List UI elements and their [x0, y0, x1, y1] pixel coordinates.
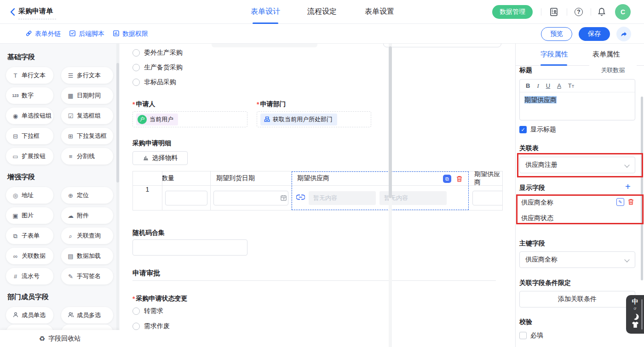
- field-item-number[interactable]: 123数字: [6, 87, 53, 104]
- back-icon[interactable]: [8, 7, 17, 17]
- select-material-button[interactable]: 选择物料: [132, 151, 188, 165]
- add-condition-button[interactable]: 添加关联条件: [519, 291, 635, 307]
- attachment-icon: ☁: [67, 213, 74, 219]
- display-field-item[interactable]: 供应商状态: [521, 214, 553, 222]
- field-item-image[interactable]: ▣图片: [6, 207, 53, 224]
- share-button[interactable]: [616, 27, 631, 41]
- widget-scrollbar[interactable]: [641, 299, 643, 330]
- title-editor-content[interactable]: 期望供应商: [520, 92, 635, 108]
- language-toggle-icon[interactable]: 中: [632, 298, 638, 306]
- field-item-multi-select[interactable]: ⊞下拉复选框: [61, 128, 113, 144]
- avatar[interactable]: C: [615, 4, 631, 20]
- radio-icon[interactable]: [132, 79, 140, 86]
- canvas-scrollbar-thumb[interactable]: [389, 46, 392, 198]
- department-field[interactable]: 品 获取当前用户所处部门: [257, 111, 371, 127]
- save-button[interactable]: 保存: [579, 27, 610, 41]
- tab-field-properties[interactable]: 字段属性: [540, 50, 568, 59]
- floating-utility-widget: 中 ơ: [626, 295, 644, 334]
- show-title-checkbox[interactable]: ✓: [519, 126, 527, 133]
- data-permission-link[interactable]: 数据权限: [113, 29, 148, 39]
- field-item-member-multi[interactable]: 成员多选: [61, 307, 113, 324]
- field-item-related-data[interactable]: ∞关联数据: [6, 248, 53, 264]
- edit-field-icon[interactable]: ✎: [616, 198, 624, 206]
- scrolled-field-partial[interactable]: [212, 44, 317, 47]
- field-type-badge: 关联数据: [589, 63, 637, 77]
- signature-icon: ✎: [67, 273, 74, 279]
- field-item-multi-line-text[interactable]: ☰多行文本: [61, 67, 113, 84]
- sidebar-scrollbar-thumb[interactable]: [116, 63, 119, 182]
- field-item-checkbox-group[interactable]: ☑复选框组: [61, 108, 113, 124]
- field-item-address[interactable]: ◎地址: [6, 187, 53, 204]
- field-item-subform[interactable]: ⧉子表单: [6, 228, 53, 244]
- italic-icon[interactable]: I: [537, 82, 539, 90]
- random-code-input[interactable]: [132, 239, 247, 256]
- preview-button[interactable]: 预览: [541, 27, 572, 41]
- field-item-serial-number[interactable]: #流水号: [6, 268, 53, 284]
- related-table-select[interactable]: 供应商注册: [519, 157, 635, 173]
- header-quantity[interactable]: 数量: [162, 171, 211, 185]
- tab-form-design[interactable]: 表单设计: [251, 7, 280, 17]
- calendar-icon[interactable]: [280, 194, 287, 203]
- field-item-member-single[interactable]: 成员单选: [6, 307, 53, 324]
- panel-scrollbar-thumb[interactable]: [641, 97, 643, 280]
- status-option: 转需求: [132, 306, 163, 317]
- radio-group-icon: ◉: [12, 113, 19, 119]
- field-item-location[interactable]: ⊕定位: [61, 187, 113, 204]
- field-item-attachment[interactable]: ☁附件: [61, 207, 113, 224]
- field-item-extend-button[interactable]: ▭扩展按钮: [6, 148, 53, 165]
- tab-form-properties[interactable]: 表单属性: [592, 50, 620, 59]
- material-chart-icon: [143, 154, 149, 162]
- user-icon: 户: [138, 115, 147, 124]
- related-data-link-icon[interactable]: [296, 193, 305, 203]
- bold-icon[interactable]: B: [526, 82, 530, 89]
- field-item-radio-group[interactable]: ◉单选按钮组: [6, 108, 53, 124]
- supplier2-input[interactable]: [472, 191, 502, 205]
- backend-script-link[interactable]: 后端脚本: [69, 29, 104, 39]
- required-row: 必填: [519, 331, 543, 340]
- help-icon[interactable]: ?: [573, 6, 584, 17]
- contacts-icon[interactable]: [548, 6, 559, 17]
- primary-key-select[interactable]: 供应商全称: [519, 251, 635, 268]
- display-field-item[interactable]: 供应商全称: [521, 199, 553, 207]
- data-manage-button[interactable]: 数据管理: [492, 5, 533, 19]
- radio-icon[interactable]: [132, 64, 140, 71]
- field-recycle-bin[interactable]: ♻ 字段回收站: [0, 330, 120, 347]
- add-display-field-icon[interactable]: +: [625, 182, 631, 191]
- tab-flow-setting[interactable]: 流程设定: [307, 7, 337, 17]
- copy-column-icon[interactable]: ⧉: [443, 175, 451, 183]
- language-mark-icon[interactable]: ơ: [634, 307, 637, 311]
- radio-icon[interactable]: [132, 323, 140, 330]
- notification-bell-icon[interactable]: [596, 6, 607, 17]
- field-item-divider-line[interactable]: ≡分割线: [61, 148, 113, 165]
- quantity-input[interactable]: [165, 191, 207, 205]
- divider-line-icon: ≡: [67, 154, 74, 159]
- supplier2-cell: [469, 186, 502, 210]
- delete-column-icon[interactable]: [456, 175, 463, 184]
- dark-mode-moon-icon[interactable]: [630, 312, 638, 319]
- applicant-field[interactable]: 户 当前用户: [132, 111, 247, 127]
- field-item-select[interactable]: ⊟下拉框: [6, 128, 53, 144]
- tab-form-setting[interactable]: 表单设置: [365, 7, 394, 17]
- canvas-scrollbar-track[interactable]: [389, 44, 392, 347]
- field-item-related-query[interactable]: ⌕关联查询: [61, 228, 113, 244]
- scrolled-field-partial[interactable]: [383, 44, 501, 47]
- field-item-datetime[interactable]: ▦日期时间: [61, 87, 113, 104]
- field-item-single-line-text[interactable]: T单行文本: [6, 67, 53, 84]
- underline-icon[interactable]: U: [546, 82, 550, 89]
- header-expected-supplier-2[interactable]: 期望供应商: [469, 171, 502, 185]
- field-item-data-load[interactable]: ▤数据加载: [61, 248, 113, 264]
- date-input[interactable]: [213, 191, 288, 205]
- theme-tshirt-icon[interactable]: [632, 321, 639, 330]
- radio-icon[interactable]: [132, 307, 140, 315]
- header-expected-date[interactable]: 期望到货日期: [211, 171, 292, 185]
- field-item-signature[interactable]: ✎手写签名: [61, 268, 113, 284]
- font-color-icon[interactable]: A: [557, 82, 561, 89]
- field-library-sidebar: 基础字段 T单行文本 ☰多行文本 123数字 ▦日期时间 ◉单选按钮组 ☑复选框…: [0, 44, 120, 347]
- font-size-icon[interactable]: TT: [568, 82, 574, 89]
- title-rich-editor: B I U A TT 期望供应商: [519, 79, 635, 120]
- radio-icon[interactable]: [132, 49, 140, 57]
- delete-field-icon[interactable]: [627, 198, 634, 207]
- header-expected-supplier[interactable]: 期望供应商: [292, 171, 469, 185]
- form-external-link[interactable]: 表单外链: [25, 29, 61, 39]
- required-checkbox[interactable]: [519, 332, 527, 339]
